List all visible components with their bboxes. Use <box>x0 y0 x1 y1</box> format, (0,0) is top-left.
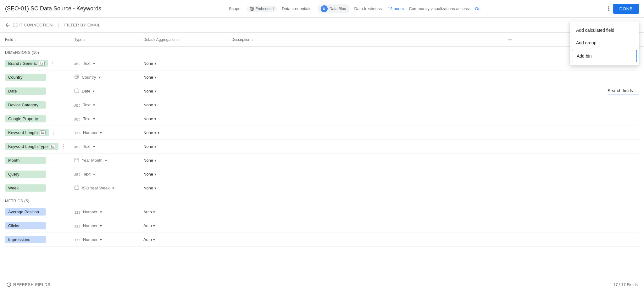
row-more-icon[interactable]: ⋮ <box>48 88 53 94</box>
table-row: Brand / Genericfx ⋮ ABC Text ▾ None ▾ <box>5 57 639 70</box>
type-label: Text <box>83 103 91 107</box>
agg-dropdown-arrow[interactable]: ▾ <box>154 186 156 190</box>
agg-value: None <box>143 130 153 135</box>
agg-cell: None ▾ ▾ <box>143 130 231 135</box>
type-dropdown-arrow[interactable]: ▾ <box>93 144 95 149</box>
row-more-icon[interactable]: ⋮ <box>48 209 53 215</box>
type-icon <box>74 74 79 80</box>
agg-dropdown-arrow[interactable]: ▾ <box>154 61 156 66</box>
table-row: Google Property ⋮ ABC Text ▾ None ▾ <box>5 112 639 126</box>
agg-cell: None ▾ <box>143 103 231 107</box>
done-button[interactable]: DONE <box>613 4 639 14</box>
agg-dropdown-arrow[interactable]: ▾ <box>154 117 156 121</box>
scope-badge: Embedded <box>247 6 277 12</box>
agg-dropdown-arrow[interactable]: ▾ <box>153 224 155 228</box>
type-dropdown-arrow[interactable]: ▾ <box>93 61 95 66</box>
row-more-icon[interactable]: ⋮ <box>48 223 53 229</box>
agg-dropdown-arrow[interactable]: ▾ <box>154 172 156 177</box>
agg-dropdown-arrow[interactable]: ▾ <box>154 89 156 93</box>
edit-connection-button[interactable]: EDIT CONNECTION <box>5 22 53 28</box>
type-dropdown-arrow[interactable]: ▾ <box>100 131 102 135</box>
type-label: Text <box>83 116 91 121</box>
metrics-section-label: METRICS (5) <box>5 195 639 205</box>
type-label: Number <box>83 237 97 242</box>
field-cell: Query ⋮ <box>5 171 74 178</box>
row-more-icon[interactable]: ⋮ <box>48 157 53 163</box>
header-meta: Scope: Embedded Data credentials: D Data… <box>105 4 604 13</box>
field-badge: Date <box>5 87 46 95</box>
agg-cell: None ▾ <box>143 75 231 80</box>
agg-extra-arrow[interactable]: ▾ <box>158 131 159 135</box>
field-cell: Clicks ⋮ <box>5 222 74 229</box>
row-more-icon[interactable]: ⋮ <box>50 60 55 66</box>
row-more-icon[interactable]: ⋮ <box>48 116 53 122</box>
type-dropdown-arrow[interactable]: ▾ <box>93 89 95 93</box>
row-more-icon[interactable]: ⋮ <box>61 143 66 149</box>
more-options-icon[interactable] <box>608 6 609 11</box>
agg-dropdown-arrow[interactable]: ▾ <box>154 131 156 135</box>
type-dropdown-arrow[interactable]: ▾ <box>100 210 102 214</box>
row-more-icon[interactable]: ⋮ <box>48 102 53 108</box>
row-more-icon[interactable]: ⋮ <box>48 185 53 191</box>
community-link[interactable]: On <box>475 6 480 11</box>
type-label: Text <box>83 61 91 66</box>
type-dropdown-arrow[interactable]: ▾ <box>93 172 95 177</box>
agg-dropdown-arrow[interactable]: ▾ <box>154 144 156 149</box>
field-badge: Query <box>5 171 46 178</box>
avatar: D <box>321 5 328 12</box>
field-badge: Google Property <box>5 115 46 122</box>
field-cell: Keyword Length Typefx ⋮ <box>5 143 74 150</box>
type-dropdown-arrow[interactable]: ▾ <box>93 103 95 107</box>
agg-value: None <box>143 89 153 93</box>
row-more-icon[interactable]: ⋮ <box>51 130 56 136</box>
type-label: Number <box>83 223 97 228</box>
back-arrow-icon <box>5 22 11 28</box>
agg-dropdown-arrow[interactable]: ▾ <box>154 103 156 107</box>
row-more-icon[interactable]: ⋮ <box>48 171 53 177</box>
add-group-item[interactable]: Add group <box>570 36 639 49</box>
agg-dropdown-arrow[interactable]: ▾ <box>153 210 155 214</box>
agg-value: None <box>143 75 153 80</box>
type-dropdown-arrow[interactable]: ▾ <box>112 186 114 190</box>
field-badge: Keyword Length Typefx <box>5 143 58 150</box>
type-icon: ABC <box>74 116 80 121</box>
credentials-value: Data Bloo <box>330 7 346 11</box>
type-dropdown-arrow[interactable]: ▾ <box>100 224 102 228</box>
row-more-icon[interactable]: ⋮ <box>48 237 53 243</box>
type-sort-icon[interactable]: ↓ <box>84 38 85 41</box>
type-icon: 123 <box>74 130 80 135</box>
table-row: Keyword Length Typefx ⋮ ABC Text ▾ None … <box>5 140 639 154</box>
field-cell: Date ⋮ <box>5 87 74 95</box>
add-calculated-field-item[interactable]: Add calculated field <box>570 24 639 36</box>
type-cell: Year Month ▾ <box>74 157 143 163</box>
type-icon: ABC <box>74 144 80 149</box>
agg-sort-icon[interactable]: ↓ <box>178 38 179 41</box>
type-dropdown-arrow[interactable]: ▾ <box>93 117 95 121</box>
type-icon <box>74 185 79 191</box>
table-row: Query ⋮ ABC Text ▾ None ▾ <box>5 167 639 181</box>
table-row: Month ⋮ Year Month ▾ None ▾ <box>5 154 639 167</box>
filter-by-email-button[interactable]: FILTER BY EMAIL <box>64 23 101 27</box>
agg-value: None <box>143 144 153 149</box>
agg-dropdown-arrow[interactable]: ▾ <box>153 238 155 242</box>
row-more-icon[interactable]: ⋮ <box>48 74 53 80</box>
agg-column-header: Default Aggregation ↓ <box>143 37 231 42</box>
type-dropdown-arrow[interactable]: ▾ <box>99 75 101 80</box>
desc-sort-icon[interactable]: ↓ <box>252 38 253 41</box>
type-icon: ABC <box>74 102 80 108</box>
add-bin-item[interactable]: Add bin <box>572 50 637 62</box>
type-cell: Country ▾ <box>74 74 143 80</box>
type-dropdown-arrow[interactable]: ▾ <box>100 238 102 242</box>
search-fields-label[interactable]: Search fields <box>608 88 639 94</box>
type-cell: ABC Text ▾ <box>74 144 143 149</box>
type-dropdown-arrow[interactable]: ▾ <box>105 158 107 163</box>
field-badge: Country <box>5 74 46 81</box>
table-row: Clicks ⋮ 123 Number ▾ Auto ▾ <box>5 219 639 233</box>
field-sort-icon[interactable]: ↓ <box>14 38 16 41</box>
search-fields-area: Search fields <box>608 88 639 94</box>
agg-dropdown-arrow[interactable]: ▾ <box>154 75 156 80</box>
edit-columns-icon[interactable]: ✏ <box>508 37 512 42</box>
freshness-link[interactable]: 12 hours <box>388 6 404 11</box>
table-row: Country ⋮ Country ▾ None ▾ <box>5 70 639 84</box>
agg-dropdown-arrow[interactable]: ▾ <box>154 158 156 163</box>
